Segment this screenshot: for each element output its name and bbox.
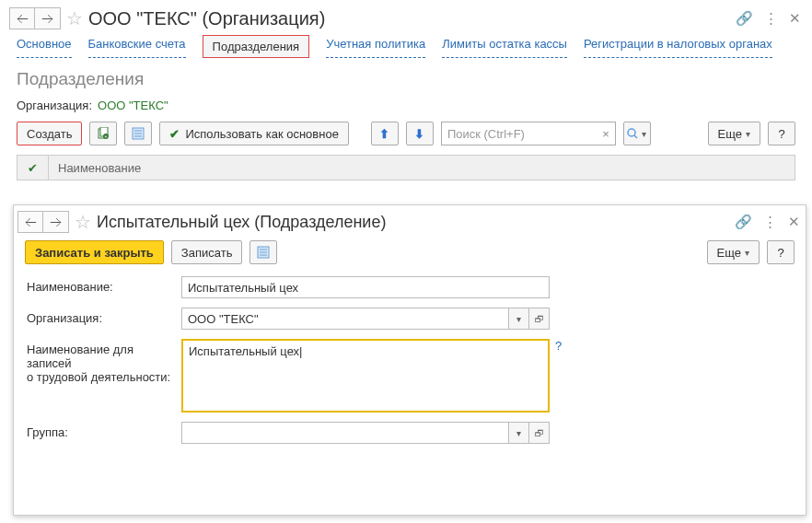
org-field-row: Организация: ООО "ТЕКС" <box>6 93 806 118</box>
group-combo[interactable]: ▾ 🗗 <box>181 422 550 444</box>
caret-down-icon: ▾ <box>746 129 750 139</box>
child-form: Наименование: Испытательный цех Организа… <box>14 268 806 452</box>
child-list-button[interactable] <box>249 240 277 264</box>
create-button[interactable]: Создать <box>17 122 82 145</box>
name-label: Наименование: <box>27 276 181 294</box>
org-combo[interactable]: ООО "ТЕКС" ▾ 🗗 <box>181 308 550 330</box>
tab-main[interactable]: Основное <box>17 35 72 58</box>
child-close-icon[interactable]: ✕ <box>788 214 800 230</box>
section-title: Подразделения <box>6 64 806 93</box>
labor-label-line1: Наименование для записей <box>27 343 181 370</box>
child-window: 🡠 🡢 ☆ Испытательный цех (Подразделение) … <box>13 204 806 516</box>
child-title: Испытательный цех (Подразделение) <box>97 213 735 232</box>
child-toolbar: Записать и закрыть Записать Еще ▾ ? <box>14 237 806 268</box>
labor-textarea-value: Испытательный цех <box>189 344 302 358</box>
more-button[interactable]: Еще ▾ <box>708 122 760 145</box>
org-label: Организация: <box>17 99 92 112</box>
main-title: ООО "ТЕКС" (Организация) <box>88 8 736 29</box>
caret-down-icon: ▾ <box>642 129 646 139</box>
child-org-label: Организация: <box>27 308 181 325</box>
main-window-controls: 🔗 ⋮ ✕ <box>736 10 801 27</box>
kebab-menu-icon[interactable]: ⋮ <box>764 10 778 27</box>
svg-line-9 <box>634 135 637 138</box>
child-org-row: Организация: ООО "ТЕКС" ▾ 🗗 <box>27 303 793 334</box>
tab-departments[interactable]: Подразделения <box>203 35 310 58</box>
name-row: Наименование: Испытательный цех <box>27 272 793 303</box>
child-favorite-icon[interactable]: ☆ <box>75 211 91 233</box>
child-more-label: Еще <box>717 246 741 260</box>
search-input[interactable]: Поиск (Ctrl+F) × <box>441 122 616 145</box>
table-header: ✔ Наименование <box>17 155 795 180</box>
child-window-controls: 🔗 ⋮ ✕ <box>735 214 800 230</box>
group-combo-open[interactable]: 🗗 <box>528 423 549 443</box>
svg-point-8 <box>628 129 635 136</box>
main-tabs: Основное Банковские счета Подразделения … <box>6 33 806 64</box>
child-more-button[interactable]: Еще ▾ <box>707 240 760 264</box>
group-row: Группа: ▾ 🗗 <box>27 417 793 448</box>
table-col-check[interactable]: ✔ <box>17 156 49 180</box>
labor-label: Наименование для записей о трудовой деят… <box>27 339 181 384</box>
copy-button[interactable]: + <box>89 122 117 145</box>
back-button[interactable]: 🡠 <box>9 7 35 29</box>
tab-accounting-policy[interactable]: Учетная политика <box>326 35 425 58</box>
child-kebab-menu-icon[interactable]: ⋮ <box>763 214 777 230</box>
list-icon <box>257 246 270 259</box>
use-as-main-label: Использовать как основное <box>185 127 338 141</box>
check-icon: ✔ <box>169 127 180 141</box>
tab-cash-limits[interactable]: Лимиты остатка кассы <box>442 35 567 58</box>
child-title-bar: 🡠 🡢 ☆ Испытательный цех (Подразделение) … <box>14 205 806 237</box>
use-as-main-button[interactable]: ✔ Использовать как основное <box>159 122 348 145</box>
table-col-name[interactable]: Наименование <box>49 161 150 175</box>
more-label: Еще <box>718 127 742 141</box>
main-toolbar: Создать + ✔ Использовать как основное ⬆ … <box>6 118 806 149</box>
list-button[interactable] <box>124 122 152 145</box>
save-close-button[interactable]: Записать и закрыть <box>25 240 164 264</box>
link-icon[interactable]: 🔗 <box>736 10 753 27</box>
copy-icon: + <box>97 127 110 140</box>
group-label: Группа: <box>27 422 181 439</box>
org-combo-value: ООО "ТЕКС" <box>182 308 508 329</box>
labor-textarea[interactable]: Испытательный цех <box>181 339 550 413</box>
labor-label-line2: о трудовой деятельности: <box>27 370 181 384</box>
move-down-button[interactable]: ⬇ <box>406 122 434 145</box>
magnifier-icon <box>627 128 638 139</box>
child-back-button[interactable]: 🡠 <box>17 211 43 233</box>
org-value[interactable]: ООО "ТЕКС" <box>98 99 168 112</box>
labor-row: Наименование для записей о трудовой деят… <box>27 334 793 417</box>
save-button[interactable]: Записать <box>171 240 243 264</box>
tab-tax-registrations[interactable]: Регистрации в налоговых органах <box>584 35 772 58</box>
close-icon[interactable]: ✕ <box>789 10 801 27</box>
main-title-bar: 🡠 🡢 ☆ ООО "ТЕКС" (Организация) 🔗 ⋮ ✕ <box>6 2 806 33</box>
arrow-up-icon: ⬆ <box>379 127 389 141</box>
child-link-icon[interactable]: 🔗 <box>735 214 752 230</box>
search-placeholder: Поиск (Ctrl+F) <box>447 127 525 141</box>
group-combo-value <box>182 423 508 443</box>
move-up-button[interactable]: ⬆ <box>371 122 399 145</box>
org-combo-open[interactable]: 🗗 <box>528 308 549 329</box>
labor-help-icon[interactable]: ? <box>555 339 562 353</box>
help-button[interactable]: ? <box>768 122 795 145</box>
svg-text:+: + <box>105 134 108 139</box>
caret-down-icon: ▾ <box>745 248 749 258</box>
favorite-icon[interactable]: ☆ <box>66 7 83 29</box>
name-input[interactable]: Испытательный цех <box>181 276 550 298</box>
child-help-button[interactable]: ? <box>767 240 795 264</box>
arrow-down-icon: ⬇ <box>414 127 424 141</box>
org-combo-dropdown[interactable]: ▾ <box>508 308 528 329</box>
clear-search-icon[interactable]: × <box>602 127 609 141</box>
tab-bank-accounts[interactable]: Банковские счета <box>88 35 186 58</box>
group-combo-dropdown[interactable]: ▾ <box>508 423 528 443</box>
forward-button[interactable]: 🡢 <box>35 7 61 29</box>
list-icon <box>132 127 145 140</box>
child-forward-button[interactable]: 🡢 <box>43 211 69 233</box>
search-button[interactable]: ▾ <box>623 122 651 145</box>
